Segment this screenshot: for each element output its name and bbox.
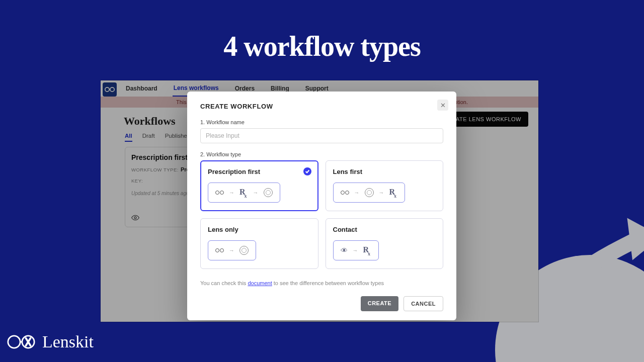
workflow-type-lens-first[interactable]: Lens first → → Rx [326,160,444,211]
lens-icon [239,246,249,255]
arrow-icon: → [354,190,360,196]
glasses-icon [215,191,224,195]
wtype-title: Prescription first [208,168,311,175]
wtype-title: Lens first [333,168,436,175]
workflow-name-input[interactable] [200,128,443,143]
flow-diagram: 👁︎ → Rx [333,240,379,260]
lenskit-logo-icon [7,328,35,356]
arrow-icon: → [229,190,234,196]
flow-diagram: → [208,240,256,260]
arrow-icon: → [353,247,358,253]
slide: 4 workflow types Dashboard Lens workflow… [0,0,644,362]
cancel-button[interactable]: CANCEL [404,296,443,311]
workflow-type-prescription-first[interactable]: Prescription first → Rx → [200,160,318,211]
rx-icon: Rx [363,245,372,255]
modal-title: CREATE WORKFLOW [200,103,443,110]
rx-icon: Rx [239,188,248,198]
lens-icon [365,188,374,197]
step-2-label: 2. Workflow type [200,151,443,157]
glasses-icon [215,248,224,252]
wtype-title: Contact [333,226,436,233]
lens-icon [264,188,273,197]
slide-title: 4 workflow types [0,0,644,62]
flow-diagram: → Rx → [208,183,280,203]
arrow-icon: → [229,247,234,253]
workflow-type-lens-only[interactable]: Lens only → [200,218,318,269]
flow-diagram: → → Rx [333,183,406,203]
app-screenshot: Dashboard Lens workflows Orders Billing … [101,80,538,322]
arrow-icon: → [379,190,384,196]
check-icon [303,167,311,175]
glasses-icon [341,191,349,195]
brand-name: Lenskit [42,332,94,351]
contact-icon: 👁︎ [341,246,348,254]
create-workflow-modal: CREATE WORKFLOW ✕ 1. Workflow name 2. Wo… [187,92,456,320]
helper-text: You can check this document to see the d… [200,280,443,286]
arrow-icon: → [253,190,259,196]
svg-point-5 [8,336,20,348]
step-1-label: 1. Workflow name [200,119,443,125]
wtype-title: Lens only [208,226,311,233]
modal-actions: CREATE CANCEL [200,296,443,311]
brand: Lenskit [7,328,94,356]
workflow-type-contact[interactable]: Contact 👁︎ → Rx [326,218,444,269]
document-link[interactable]: document [248,280,272,286]
close-icon[interactable]: ✕ [437,100,448,111]
create-button[interactable]: CREATE [361,296,398,311]
rx-icon: Rx [389,188,398,198]
workflow-type-grid: Prescription first → Rx → Lens first → [200,160,443,269]
